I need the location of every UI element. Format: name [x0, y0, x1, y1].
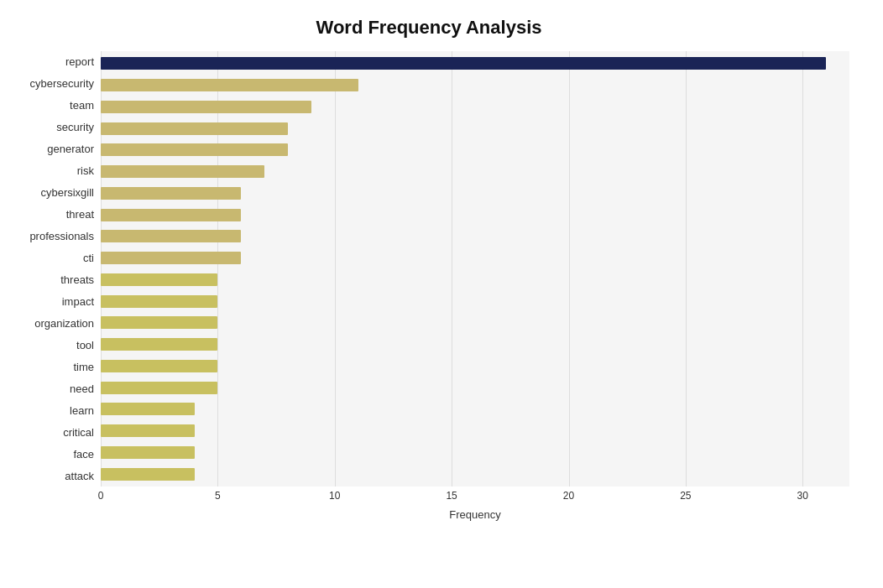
bar-risk — [101, 165, 264, 178]
y-label: learn — [70, 399, 94, 421]
bar-attack — [101, 468, 195, 481]
chart-area: reportcybersecurityteamsecuritygenerator… — [8, 51, 849, 522]
x-tick-5: 5 — [215, 490, 221, 502]
bar-row — [101, 75, 849, 96]
x-tick-10: 10 — [329, 490, 340, 502]
bar-row — [101, 269, 849, 291]
bar-row — [101, 139, 849, 161]
bar-time — [101, 360, 217, 372]
y-label: professionals — [29, 226, 94, 247]
y-label: need — [70, 377, 94, 399]
bar-row — [101, 96, 849, 118]
y-label: cti — [83, 247, 94, 269]
bar-row — [101, 226, 849, 247]
bar-learn — [101, 403, 195, 415]
y-label: attack — [65, 465, 94, 487]
y-label: tool — [76, 334, 94, 356]
y-label: time — [73, 356, 94, 377]
bar-row — [101, 183, 849, 205]
x-tick-15: 15 — [446, 490, 457, 502]
bar-cti — [101, 252, 241, 264]
bar-cybersecurity — [101, 79, 358, 91]
bar-security — [101, 122, 288, 135]
y-label: generator — [47, 138, 94, 160]
bar-generator — [101, 143, 288, 156]
bar-cybersixgill — [101, 187, 241, 200]
bar-row — [101, 356, 849, 377]
bar-report — [101, 57, 826, 70]
bars-and-grid — [101, 51, 849, 487]
bar-row — [101, 420, 849, 442]
y-label: critical — [63, 421, 94, 443]
bars-wrapper — [101, 51, 849, 487]
bar-row — [101, 290, 849, 312]
bar-row — [101, 463, 849, 485]
bar-organization — [101, 316, 217, 329]
x-tick-20: 20 — [563, 490, 574, 502]
bar-team — [101, 101, 311, 113]
x-tick-25: 25 — [680, 490, 691, 502]
bar-row — [101, 398, 849, 420]
bar-tool — [101, 338, 217, 351]
bar-professionals — [101, 230, 241, 242]
bar-critical — [101, 424, 195, 437]
y-label: impact — [62, 290, 94, 312]
bar-threat — [101, 209, 241, 221]
bar-row — [101, 53, 849, 75]
bar-row — [101, 161, 849, 183]
x-axis: 051015202530 Frequency — [101, 488, 849, 522]
y-label: threat — [66, 204, 94, 226]
x-tick-30: 30 — [797, 490, 808, 502]
bar-row — [101, 377, 849, 398]
bar-row — [101, 247, 849, 269]
y-label: report — [65, 51, 94, 73]
bar-impact — [101, 295, 217, 308]
y-label: security — [56, 117, 94, 138]
bar-row — [101, 442, 849, 464]
y-label: cybersecurity — [29, 73, 94, 95]
y-label: cybersixgill — [40, 182, 94, 204]
y-label: organization — [34, 312, 94, 334]
bar-row — [101, 312, 849, 334]
y-label: team — [70, 95, 94, 117]
chart-container: Word Frequency Analysis reportcybersecur… — [0, 0, 883, 588]
y-axis: reportcybersecurityteamsecuritygenerator… — [8, 51, 101, 487]
bar-face — [101, 446, 195, 459]
chart-title: Word Frequency Analysis — [8, 17, 849, 39]
bar-row — [101, 204, 849, 226]
x-tick-0: 0 — [98, 490, 104, 502]
bar-threats — [101, 273, 217, 286]
bar-row — [101, 334, 849, 356]
grid-and-bars — [101, 51, 849, 487]
x-axis-labels: 051015202530 — [101, 488, 849, 505]
y-label: threats — [60, 269, 94, 291]
y-label: face — [73, 443, 94, 465]
x-axis-title: Frequency — [101, 508, 849, 521]
bar-need — [101, 382, 217, 394]
bar-row — [101, 117, 849, 139]
y-label: risk — [77, 160, 94, 182]
